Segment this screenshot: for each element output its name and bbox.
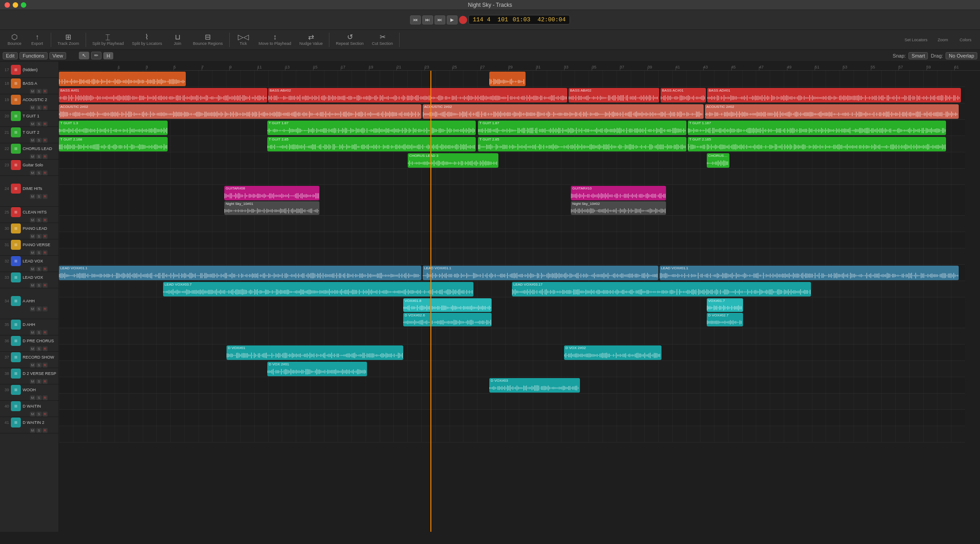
- track-s-btn-21[interactable]: S: [36, 138, 41, 143]
- track-m-btn-33[interactable]: M: [30, 283, 36, 288]
- track-row-34[interactable]: VOX#01.8 D VOX#02.6 VOX#01.7 D VOX#02.7: [59, 297, 965, 328]
- record-button[interactable]: [459, 16, 467, 24]
- track-r-btn-31[interactable]: R: [43, 250, 48, 255]
- track-s-btn-41[interactable]: S: [36, 428, 41, 433]
- track-row-23[interactable]: [59, 169, 965, 185]
- track-m-btn-18[interactable]: M: [30, 89, 36, 94]
- region-34-2[interactable]: VOX#01.7: [707, 298, 743, 312]
- track-m-btn-19[interactable]: M: [30, 105, 36, 110]
- region-20-0[interactable]: T GUIT 1.3: [59, 121, 168, 135]
- region-24-1[interactable]: Night Sky_10#01: [224, 201, 319, 215]
- set-locators-button[interactable]: Set Locators: [901, 36, 931, 43]
- region-34-1[interactable]: D VOX#02.6: [403, 313, 492, 326]
- region-18-0[interactable]: BASS A#01: [59, 88, 267, 102]
- region-38-0[interactable]: D VOX#03: [489, 378, 580, 393]
- track-row-36[interactable]: D VOX#01 D VOX 2#02: [59, 345, 965, 361]
- bounce-regions-button[interactable]: ⊟ Bounce Regions: [189, 33, 227, 47]
- track-row-24[interactable]: GUITAR#08 Night Sky_10#01 GUITAR#10 Nigh…: [59, 185, 965, 216]
- track-r-btn-22[interactable]: R: [43, 154, 48, 159]
- pencil-mode[interactable]: ✏: [91, 52, 101, 59]
- region-22-1[interactable]: CHORUS LEA: [707, 153, 729, 168]
- track-m-btn-21[interactable]: M: [30, 138, 36, 143]
- region-24-3[interactable]: Night Sky_10#02: [571, 201, 666, 215]
- track-m-btn-34[interactable]: M: [30, 306, 36, 311]
- track-row-22[interactable]: CHORUS LEAD 3 CHORUS LEA: [59, 152, 965, 169]
- track-s-btn-40[interactable]: S: [36, 412, 41, 417]
- track-r-btn-40[interactable]: R: [43, 412, 48, 417]
- bounce-button[interactable]: ⬡ Bounce: [4, 33, 25, 47]
- track-s-btn-30[interactable]: S: [36, 234, 41, 239]
- track-r-btn-32[interactable]: R: [43, 267, 48, 272]
- region-20-1[interactable]: T GUIT 1.87: [267, 121, 476, 135]
- region-36-1[interactable]: D VOX 2#02: [564, 345, 661, 360]
- track-m-btn-32[interactable]: M: [30, 267, 36, 272]
- region-33-0[interactable]: LEAD VOX#03.7: [163, 282, 473, 296]
- region-21-1[interactable]: T GUIT 2.85: [267, 137, 476, 151]
- track-r-btn-21[interactable]: R: [43, 138, 48, 143]
- region-18-4[interactable]: BASS AD#01: [707, 88, 961, 102]
- region-24-2[interactable]: GUITAR#10: [571, 186, 666, 200]
- track-s-btn-37[interactable]: S: [36, 363, 41, 368]
- region-19-0[interactable]: ACOUSTIC 2#02: [59, 104, 421, 119]
- region-36-0[interactable]: D VOX#01: [227, 345, 403, 360]
- track-m-btn-38[interactable]: M: [30, 379, 36, 384]
- join-button[interactable]: ⊔ Join: [167, 33, 188, 47]
- track-row-32[interactable]: LEAD VOX#01.1 LEAD VOX#01.1 LEAD VOX#01.…: [59, 265, 965, 281]
- track-s-btn-32[interactable]: S: [36, 267, 41, 272]
- region-32-2[interactable]: LEAD VOX#01.1: [660, 266, 959, 280]
- track-row-37[interactable]: D VOX 2#01: [59, 361, 965, 377]
- colors-button[interactable]: Colors: [955, 36, 976, 43]
- track-row-30[interactable]: [59, 232, 965, 248]
- region-22-0[interactable]: CHORUS LEAD 3: [408, 153, 498, 168]
- arrange-area[interactable]: BASS A#01 BASS AB#02 BASS AB#02 BASS AC#…: [59, 71, 980, 532]
- track-row-19[interactable]: ACOUSTIC 2#02 ACOUSTIC 2#02 ACOUSTIC 2#0…: [59, 103, 965, 120]
- smart-mode[interactable]: H: [103, 52, 113, 59]
- to-start-button[interactable]: ⏭: [434, 15, 445, 24]
- region-18-3[interactable]: BASS AC#01: [661, 88, 706, 102]
- track-m-btn-30[interactable]: M: [30, 234, 36, 239]
- region-19-1[interactable]: ACOUSTIC 2#02: [423, 104, 704, 119]
- track-m-btn-37[interactable]: M: [30, 363, 36, 368]
- track-m-btn-25[interactable]: M: [30, 218, 36, 223]
- track-row-25[interactable]: [59, 216, 965, 232]
- track-s-btn-38[interactable]: S: [36, 379, 41, 384]
- track-m-btn-35[interactable]: M: [30, 330, 36, 335]
- track-s-btn-33[interactable]: S: [36, 283, 41, 288]
- track-r-btn-37[interactable]: R: [43, 363, 48, 368]
- track-m-btn-40[interactable]: M: [30, 412, 36, 417]
- drag-value[interactable]: No Overlap: [946, 52, 977, 59]
- track-r-btn-33[interactable]: R: [43, 283, 48, 288]
- track-r-btn-23[interactable]: R: [43, 170, 48, 175]
- track-r-btn-34[interactable]: R: [43, 306, 48, 311]
- track-s-btn-22[interactable]: S: [36, 154, 41, 159]
- export-button[interactable]: ↑ Export: [26, 33, 48, 47]
- track-row-20[interactable]: T GUIT 1.3 T GUIT 1.87 T GUIT 1.87 T GUI…: [59, 120, 965, 136]
- edit-menu[interactable]: Edit: [3, 52, 18, 59]
- move-playhead-button[interactable]: ↕ Move to Playhead: [255, 33, 295, 47]
- region-24-0[interactable]: GUITAR#08: [224, 186, 319, 200]
- track-r-btn-39[interactable]: R: [43, 395, 48, 400]
- split-locators-button[interactable]: ⌇ Split by Locators: [128, 33, 166, 47]
- functions-menu[interactable]: Functions: [19, 52, 48, 59]
- region-17-0[interactable]: [59, 72, 186, 86]
- track-s-btn-31[interactable]: S: [36, 250, 41, 255]
- track-s-btn-36[interactable]: S: [36, 346, 41, 351]
- region-20-3[interactable]: T GUIT 1.167: [688, 121, 946, 135]
- track-s-btn-34[interactable]: S: [36, 306, 41, 311]
- track-r-btn-19[interactable]: R: [43, 105, 48, 110]
- track-r-btn-30[interactable]: R: [43, 234, 48, 239]
- track-zoom-button[interactable]: ⊞ Track Zoom: [54, 33, 83, 47]
- view-menu[interactable]: View: [49, 52, 67, 59]
- track-r-btn-36[interactable]: R: [43, 346, 48, 351]
- track-m-btn-24[interactable]: M: [30, 194, 36, 199]
- track-s-btn-24[interactable]: S: [36, 194, 41, 199]
- track-row-31[interactable]: [59, 248, 965, 265]
- track-m-btn-36[interactable]: M: [30, 346, 36, 351]
- region-18-2[interactable]: BASS AB#02: [569, 88, 659, 102]
- track-r-btn-24[interactable]: R: [43, 194, 48, 199]
- track-s-btn-20[interactable]: S: [36, 121, 41, 126]
- region-21-0[interactable]: T GUIT 2.168: [59, 137, 168, 151]
- play-button[interactable]: ▶: [447, 15, 458, 24]
- track-r-btn-20[interactable]: R: [43, 121, 48, 126]
- rewind-button[interactable]: ⏮: [410, 15, 421, 24]
